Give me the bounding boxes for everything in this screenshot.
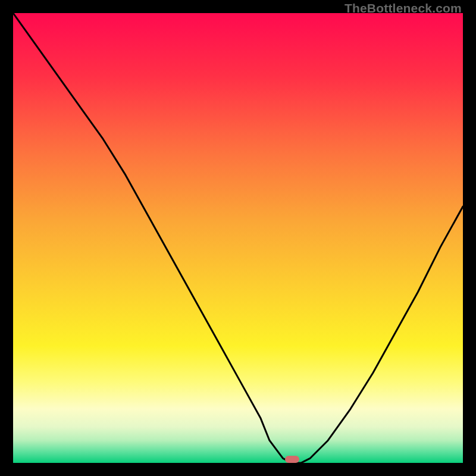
optimal-point-marker [285, 456, 299, 463]
chart-frame: TheBottleneck.com [0, 0, 476, 476]
plot-area [13, 13, 463, 463]
bottleneck-curve [13, 13, 463, 463]
